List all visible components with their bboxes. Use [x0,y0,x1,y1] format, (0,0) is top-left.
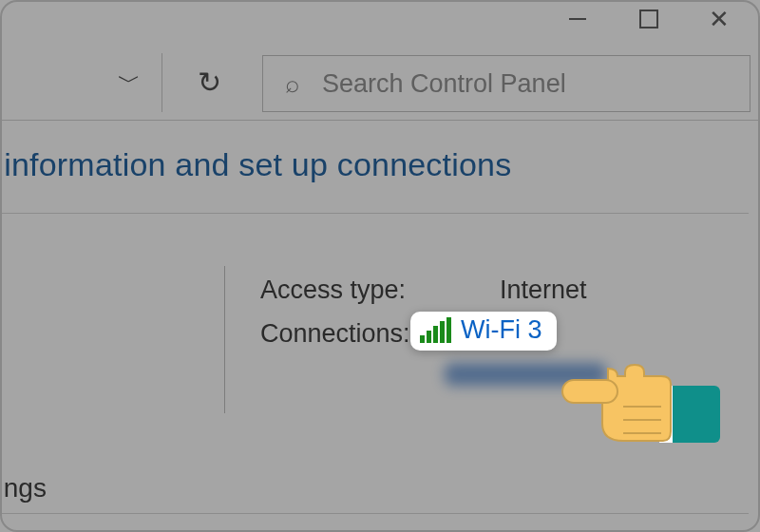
connections-label: Connections: [260,319,410,349]
maximize-button[interactable] [613,0,684,38]
pointing-hand-icon [560,323,722,469]
connection-link-label: Wi-Fi 3 [461,315,542,345]
access-type-value: Internet [500,276,587,305]
divider [0,513,749,514]
connection-link[interactable]: Wi-Fi 3 [410,312,557,351]
refresh-button[interactable]: ↻ [186,59,232,104]
chevron-down-icon: ﹀ [118,66,141,97]
access-type-label: Access type: [260,276,406,305]
page-heading: work information and set up connections [0,146,511,183]
search-placeholder: Search Control Panel [322,69,750,99]
refresh-icon: ↻ [198,66,221,99]
breadcrumb-dropdown[interactable]: ﹀ [106,59,152,104]
window-titlebar: ✕ [0,0,760,48]
close-button[interactable]: ✕ [683,0,754,38]
search-icon: ⌕ [263,69,322,99]
divider [224,266,225,413]
settings-heading-fragment: ttings [0,473,47,504]
minimize-button[interactable] [542,0,613,38]
toolbar-separator [162,53,162,112]
search-input[interactable]: ⌕ Search Control Panel [262,55,750,112]
divider [0,213,749,214]
divider [0,120,760,121]
address-toolbar: er ﹀ ↻ ⌕ Search Control Panel [0,51,760,116]
wifi-signal-icon [420,318,451,343]
svg-rect-2 [562,380,618,403]
